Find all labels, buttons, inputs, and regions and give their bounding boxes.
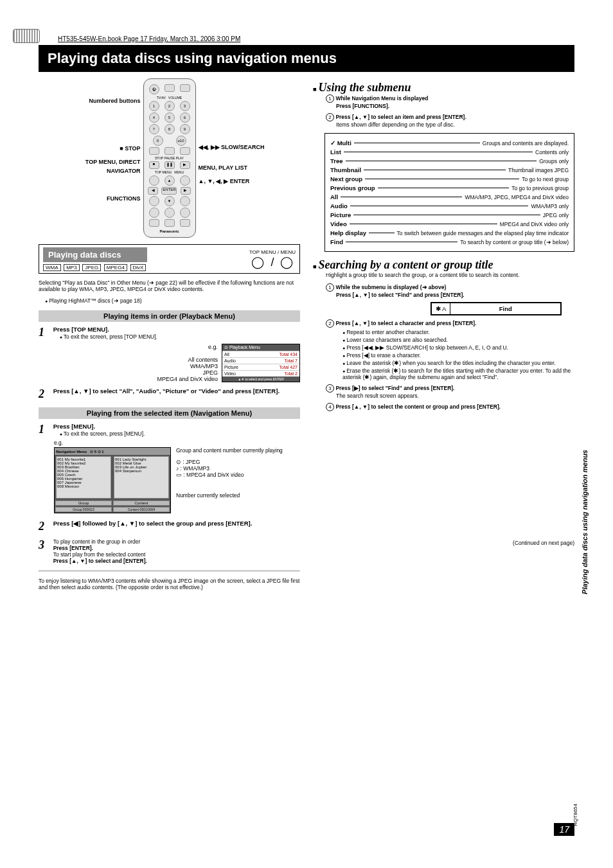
menu-val: MPEG4 and DivX video only [500,221,569,227]
menu-key: Find [330,238,343,245]
menu-val: Groups only [539,158,569,164]
sub1-s1b: Press [FUNCTIONS]. [336,103,389,109]
page-number: 17 [554,823,574,836]
remote-diagram: Numbered buttons ■ STOP TOP MENU, DIRECT… [39,78,300,238]
nav-step-3-number: 3 [39,538,51,552]
find-right: Find [450,303,560,314]
menu-val: Groups and contents are displayed. [483,140,569,146]
sub1-s2: Press [▲, ▼] to select an item and press… [335,114,466,120]
book-tag: HT535-545W-En.book Page 17 Friday, March… [58,35,240,42]
page-footer: 17 [554,823,574,836]
menu-key: Audio [330,202,348,209]
search-bullet: Lower case characters are also searched. [342,337,574,343]
sub2-s1b: Press [▲, ▼] to select "Find" and press … [336,292,465,298]
nav-side-1: ⊙ : JPEG [176,459,300,465]
section-playback-menu: Playing items in order (Playback Menu) [39,310,300,322]
search-bullet: Press [◀] to erase a character. [342,352,574,359]
label-slow: ◀◀, ▶▶ SLOW/SEARCH [199,143,276,152]
circle-1b-icon: 1 [326,283,334,292]
nav-step-3-b1: Press [ENTER]. [53,545,93,551]
pdbox-icons: TOP MENU / MENU ◯ / ◯ [249,249,296,269]
binding-icon [13,29,40,43]
menu-val: To search by content or group title (➜ b… [460,239,569,245]
label-topmenu: TOP MENU, DIRECT NAVIGATOR [64,157,141,176]
sub2-s1a: While the submenu is displayed (➜ above) [335,284,446,290]
step-1-text: To exit the screen, press [TOP MENU]. [60,333,157,340]
fmt-divx: DivX [130,264,147,271]
eg-label-2: e.g. [54,439,300,446]
sub1-s2t: Items shown differ depending on the type… [336,121,574,128]
circle-1-icon: 1 [326,94,334,103]
sub2-s2: Press [▲, ▼] to select a character and p… [335,320,476,326]
nav-step-1-bold: Press [MENU]. [53,423,95,430]
fmt-mpeg4: MPEG4 [104,264,127,271]
sub2-s3t: The search result screen appears. [336,393,574,399]
intro-bullet: Playing HighMAT™ discs (➜ page 18) [45,297,300,304]
step-2-bold: Press [▲, ▼] to select "All", "Audio", "… [53,387,280,394]
step-1-bold: Press [TOP MENU]. [53,326,109,333]
left-column: Numbered buttons ■ STOP TOP MENU, DIRECT… [39,78,300,596]
label-numbered: Numbered buttons [64,96,141,105]
sub2-s3: Press [▶] to select "Find" and press [EN… [335,385,454,391]
section-navigation-menu: Playing from the selected item (Navigati… [39,407,300,419]
intro-text: Selecting "Play as Data Disc" in Other M… [39,279,300,292]
navigation-menu-mock: Navigation Menu ⊙ 5 ⊙ 1 001 My favorite1… [54,447,171,513]
sub1-s1: While Navigation Menu is displayed [335,95,428,102]
label-stop: ■ STOP [64,144,141,153]
menu-key: Thumbnail [330,166,361,173]
searching-heading: Searching by a content or group title [318,258,493,271]
nav-step-3-b2: Press [▲, ▼] to select and [ENTER]. [53,558,147,564]
playing-data-discs-box: Playing data discs WMA MP3 JPEG MPEG4 Di… [39,244,300,274]
menu-val: Contents only [535,149,569,155]
fmt-mp3: MP3 [64,264,79,271]
note-text: To enjoy listening to WMA/MP3 contents w… [39,578,300,590]
search-bullet: Repeat to enter another character. [342,329,574,335]
submenu-items-box: ✓ MultiGroups and contents are displayed… [324,133,574,252]
nav-side-3: ▭ : MPEG4 and DivX video [176,472,300,478]
menu-val: To go to previous group [511,185,569,191]
nav-step-2-bold: Press [◀] followed by [▲, ▼] to select t… [53,520,253,527]
pb-label-2: JPEG [39,369,218,376]
using-submenu-heading: Using the submenu [318,81,411,94]
menu-key: Video [330,220,347,227]
menu-val: WMA/MP3 only [531,203,569,209]
circle-2b-icon: 2 [326,319,334,328]
menu-key: List [330,148,341,155]
menu-key: Next group [330,175,362,182]
menu-key: Previous group [330,184,375,191]
sub2-s4: Press [▲, ▼] to select the content or gr… [335,403,501,410]
label-menu: MENU, PLAY LIST [199,163,276,172]
fmt-wma: WMA [43,264,61,271]
playback-menu-mock: ⊙ Playback Menu AllTotal 434 AudioTotal … [222,344,300,382]
pb-label-3: MPEG4 and DivX video [39,376,218,382]
menu-key: Picture [330,211,351,218]
pb-label-0: All contents [39,357,218,363]
search-bullet: Erase the asterisk (✱) to search for the… [342,368,574,380]
label-functions: FUNCTIONS [64,194,141,203]
right-column: ■ Using the submenu 1 While Navigation M… [313,78,574,596]
circle-2-icon: 2 [326,113,334,121]
nav-side-0: Group and content number currently playi… [176,447,300,454]
fmt-jpeg: JPEG [82,264,101,271]
nav-step-2-number: 2 [39,520,51,533]
page: HT535-545W-En.book Page 17 Friday, March… [0,0,613,868]
search-bullet: Press [◀◀, ▶▶ SLOW/SEARCH] to skip betwe… [342,344,574,351]
eg-label: e.g. [39,344,218,350]
remote-control-icon: ⏻ TV/AV VOLUME 123 456 789 0≥10 STOP PAU… [143,78,196,238]
find-box: ✱ A Find [431,302,562,315]
pb-label-1: WMA/MP3 [39,363,218,369]
page-title: Playing data discs using navigation menu… [39,45,574,72]
find-left: ✱ A [432,303,450,314]
circle-4-icon: 4 [326,403,334,411]
side-title: Playing data discs using navigation menu… [581,450,589,594]
menu-val: To go to next group [522,176,569,182]
circle-3-icon: 3 [326,384,334,393]
nav-side-2: ♪ : WMA/MP3 [176,465,300,472]
nav-step-1-number: 1 [39,423,51,436]
nav-step-3-t2: To start play from the selected content [53,551,146,558]
menu-key: Tree [330,157,343,164]
menu-val: WMA/MP3, JPEG, MPEG4 and DivX video [465,194,569,200]
pdbox-title: Playing data discs [43,247,147,262]
menu-key: Help display [330,229,366,236]
menu-val: Thumbnail images JPEG [508,167,569,173]
